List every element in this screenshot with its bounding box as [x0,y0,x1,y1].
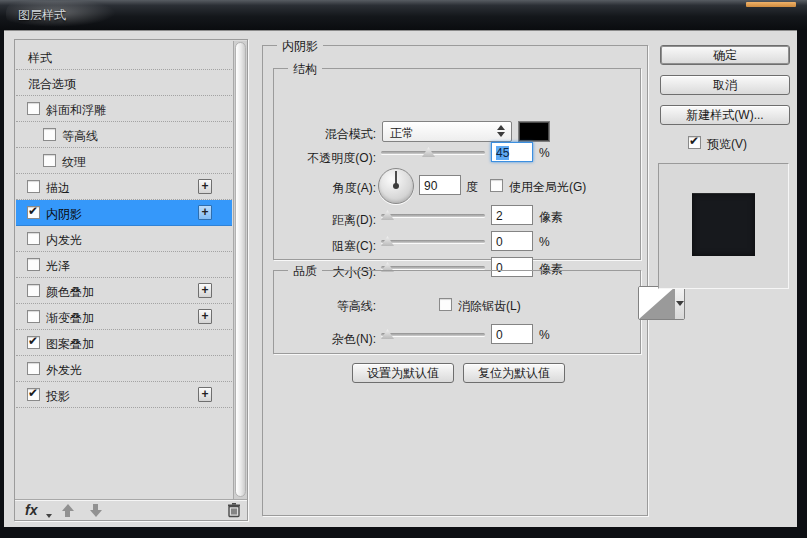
opacity-input[interactable]: 45 [491,142,533,162]
angle-dial[interactable] [378,168,414,204]
choke-value: 0 [496,235,503,249]
slider-track[interactable] [381,214,485,217]
blend-mode-value: 正常 [390,125,414,142]
checkbox[interactable]: ✔ [27,180,40,193]
opacity-label: 不透明度(O): [278,150,376,167]
checkbox[interactable]: ✔ [27,362,40,375]
distance-slider[interactable] [381,208,485,222]
anti-aliased-checkbox[interactable]: ✔ [439,298,452,311]
sidebar-item-label: 投影 [46,388,70,405]
sidebar-item-label: 光泽 [46,258,70,275]
checkbox[interactable]: ✔ [27,310,40,323]
ok-button[interactable]: 确定 [660,45,790,65]
noise-input[interactable]: 0 [491,324,533,344]
sidebar-item-bevel-emboss[interactable]: ✔ 斜面和浮雕 [16,96,232,122]
angle-input[interactable]: 90 [419,175,461,195]
slider-track[interactable] [381,266,485,269]
distance-value: 2 [496,209,503,223]
reset-default-button[interactable]: 复位为默认值 [463,363,565,383]
distance-input[interactable]: 2 [491,205,533,225]
checkbox[interactable]: ✔ [43,154,56,167]
checkbox[interactable]: ✔ [27,388,40,401]
contour-picker[interactable] [638,286,685,320]
check-icon: ✔ [28,334,38,348]
style-preview-swatch [692,193,755,256]
blend-mode-select[interactable]: 正常 [382,121,512,142]
make-default-button[interactable]: 设置为默认值 [352,363,454,383]
sidebar-item-stroke[interactable]: ✔ 描边 + [16,174,232,200]
structure-legend: 结构 [288,61,322,78]
sidebar-item-label: 纹理 [62,154,86,171]
check-icon: ✔ [28,204,38,218]
sidebar-item-blending-options[interactable]: 混合选项 [16,70,232,96]
dialog-title: 图层样式 [18,7,66,24]
check-icon: ✔ [689,134,699,148]
new-style-button[interactable]: 新建样式(W)... [660,105,790,125]
distance-label: 距离(D): [278,212,376,229]
sidebar-item-satin[interactable]: ✔ 光泽 [16,252,232,278]
checkbox[interactable]: ✔ [27,258,40,271]
dialog-body: 样式 混合选项 ✔ 斜面和浮雕 ✔ 等高线 ✔ 纹理 ✔ 描边 + [4,30,797,527]
preview-checkbox[interactable]: ✔ [688,136,701,149]
choke-label: 阻塞(C): [278,238,376,255]
checkbox[interactable]: ✔ [27,206,40,219]
preview-label: 预览(V) [707,136,747,153]
slider-track[interactable] [381,240,485,243]
contour-dropdown-arrow[interactable] [674,287,684,319]
distance-unit: 像素 [539,209,563,226]
cancel-button[interactable]: 取消 [660,75,790,95]
sidebar-item-label: 等高线 [62,128,98,145]
add-effect-button[interactable]: + [198,309,212,324]
structure-group: 混合模式: 正常 不透明度(O): 45 % 角度(A): [273,68,641,260]
sidebar-item-inner-glow[interactable]: ✔ 内发光 [16,226,232,252]
slider-track[interactable] [381,333,485,336]
noise-slider[interactable] [381,327,485,341]
checkbox[interactable]: ✔ [27,102,40,115]
inner-shadow-panel: 混合模式: 正常 不透明度(O): 45 % 角度(A): [262,45,648,516]
blend-mode-label: 混合模式: [278,126,376,143]
contour-label: 等高线: [278,298,376,315]
sidebar-item-texture[interactable]: ✔ 纹理 [16,148,232,174]
slider-track[interactable] [381,151,485,154]
checkbox[interactable]: ✔ [27,336,40,349]
sidebar-item-label: 内发光 [46,232,82,249]
sidebar-item-drop-shadow[interactable]: ✔ 投影 + [16,382,232,408]
checkbox[interactable]: ✔ [27,284,40,297]
sidebar-item-contour[interactable]: ✔ 等高线 [16,122,232,148]
use-global-light-label: 使用全局光(G) [509,179,586,196]
sidebar-item-inner-shadow[interactable]: ✔ 内阴影 + [16,200,232,226]
background-window-strip [746,2,796,7]
add-effect-button[interactable]: + [198,179,212,194]
sidebar-item-label: 描边 [46,180,70,197]
opacity-slider[interactable] [381,145,485,159]
fx-menu-button[interactable]: fx [25,502,37,518]
add-effect-button[interactable]: + [198,205,212,220]
sidebar-item-outer-glow[interactable]: ✔ 外发光 [16,356,232,382]
anti-aliased-label: 消除锯齿(L) [458,298,521,315]
checkbox[interactable]: ✔ [43,128,56,141]
quality-group: 等高线: ✔ 消除锯齿(L) 杂色(N): 0 % 品质 [273,270,641,354]
add-effect-button[interactable]: + [198,283,212,298]
scrollbar-thumb[interactable] [235,42,246,497]
angle-value: 90 [424,179,437,193]
choke-slider[interactable] [381,234,485,248]
opacity-value: 45 [496,146,509,160]
move-effect-up-button[interactable] [61,504,75,518]
sidebar-scrollbar[interactable] [233,41,247,499]
move-effect-down-button[interactable] [89,504,103,518]
title-bar[interactable]: 图层样式 [0,0,807,30]
add-effect-button[interactable]: + [198,387,212,402]
choke-input[interactable]: 0 [491,231,533,251]
sidebar-item-color-overlay[interactable]: ✔ 颜色叠加 + [16,278,232,304]
checkbox[interactable]: ✔ [27,232,40,245]
sidebar-item-label: 样式 [28,50,52,67]
sidebar-item-label: 渐变叠加 [46,310,94,327]
sidebar-item-styles[interactable]: 样式 [16,44,232,70]
layer-style-dialog: 图层样式 样式 混合选项 ✔ 斜面和浮雕 ✔ 等高线 ✔ 纹理 [0,0,807,538]
delete-effect-trash-icon[interactable] [226,502,242,518]
shadow-color-swatch[interactable] [518,121,550,142]
sidebar-item-gradient-overlay[interactable]: ✔ 渐变叠加 + [16,304,232,330]
use-global-light-checkbox[interactable]: ✔ [490,179,503,192]
sidebar-item-pattern-overlay[interactable]: ✔ 图案叠加 [16,330,232,356]
check-icon: ✔ [28,386,38,400]
